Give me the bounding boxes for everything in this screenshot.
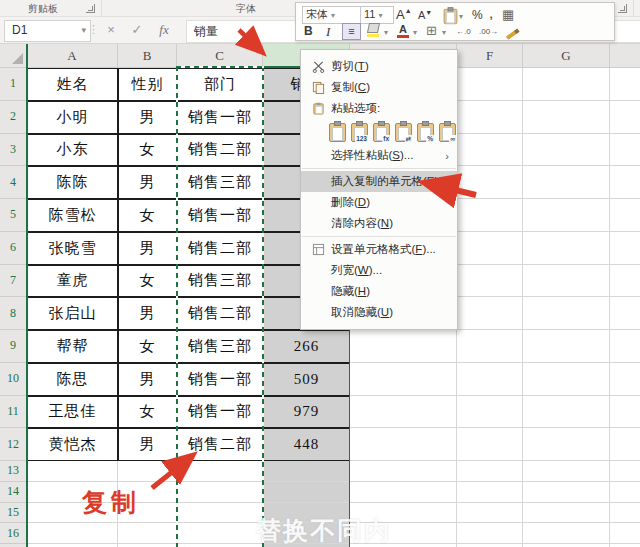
- paste-icon[interactable]: [329, 123, 346, 142]
- grid-cell[interactable]: [523, 461, 610, 482]
- chevron-down-icon[interactable]: ▾: [384, 28, 388, 37]
- row-header-2[interactable]: 2: [0, 101, 27, 134]
- table-cell[interactable]: 女: [118, 134, 177, 167]
- menu-item-unhide[interactable]: 取消隐藏(U): [301, 302, 457, 323]
- row-header-7[interactable]: 7: [0, 265, 27, 298]
- grid-cell[interactable]: [457, 396, 523, 429]
- table-cell[interactable]: 陈思: [27, 363, 118, 396]
- grid-cell[interactable]: [523, 199, 610, 232]
- row-header-8[interactable]: 8: [0, 297, 27, 330]
- grid-cell[interactable]: [350, 363, 457, 396]
- font-name-select[interactable]: 宋体▾: [302, 6, 362, 24]
- row-header-11[interactable]: 11: [0, 396, 27, 429]
- grid-cell[interactable]: [610, 101, 640, 134]
- menu-item-hide[interactable]: 隐藏(H): [301, 281, 457, 302]
- enter-button[interactable]: ✓: [126, 20, 148, 40]
- table-cell[interactable]: 女: [118, 199, 177, 232]
- center-align-button[interactable]: ≡: [342, 23, 361, 40]
- formulas-fx-icon[interactable]: fx: [373, 123, 390, 142]
- grid-cell[interactable]: [523, 68, 610, 101]
- table-cell[interactable]: 陈雪松: [27, 199, 118, 232]
- chevron-down-icon[interactable]: ▾: [413, 28, 417, 37]
- bold-button[interactable]: B: [304, 24, 313, 38]
- grid-cell[interactable]: [350, 461, 457, 482]
- clipboard-dialog-launcher-icon[interactable]: [86, 4, 95, 13]
- grid-cell[interactable]: [27, 523, 118, 544]
- grid-cell[interactable]: [350, 428, 457, 461]
- grid-cell[interactable]: [523, 101, 610, 134]
- grid-cell[interactable]: [457, 134, 523, 167]
- insert-function-button[interactable]: fx: [152, 20, 176, 40]
- grid-cell[interactable]: [263, 482, 350, 503]
- table-cell[interactable]: 销售二部: [177, 232, 263, 265]
- grid-cell[interactable]: [457, 232, 523, 265]
- comma-style-button[interactable]: ,: [489, 4, 493, 21]
- table-cell[interactable]: 销售一部: [177, 396, 263, 429]
- table-header-cell[interactable]: 部门: [177, 68, 263, 101]
- grid-cell[interactable]: [610, 482, 640, 503]
- chevron-down-icon[interactable]: ▾: [331, 11, 335, 20]
- grid-cell[interactable]: [457, 428, 523, 461]
- grid-cell[interactable]: [523, 428, 610, 461]
- grid-cell[interactable]: [523, 363, 610, 396]
- grid-cell[interactable]: [457, 363, 523, 396]
- row-header-12[interactable]: 12: [0, 428, 27, 461]
- grid-cell[interactable]: [177, 503, 263, 524]
- grid-cell[interactable]: [523, 232, 610, 265]
- grid-cell[interactable]: [457, 503, 523, 524]
- name-box[interactable]: D1 ▾: [4, 20, 91, 42]
- table-cell[interactable]: 帮帮: [27, 330, 118, 363]
- table-cell[interactable]: 448: [263, 428, 350, 461]
- grid-cell[interactable]: [457, 101, 523, 134]
- row-header-15[interactable]: 15: [0, 503, 27, 524]
- column-header-B[interactable]: B: [118, 44, 177, 68]
- cancel-button[interactable]: ×: [100, 20, 122, 40]
- column-header-F[interactable]: F: [457, 44, 523, 68]
- grid-cell[interactable]: [610, 363, 640, 396]
- grid-cell[interactable]: [523, 396, 610, 429]
- table-cell[interactable]: 男: [118, 297, 177, 330]
- menu-item-paste-special[interactable]: 选择性粘贴(S)...›: [301, 145, 457, 166]
- row-header-9[interactable]: 9: [0, 330, 27, 363]
- borders-button[interactable]: ⊞: [426, 23, 437, 38]
- grid-cell[interactable]: [610, 134, 640, 167]
- paste-link-icon[interactable]: ∞: [439, 123, 456, 142]
- grid-cell[interactable]: [610, 68, 640, 101]
- row-header-4[interactable]: 4: [0, 166, 27, 199]
- table-cell[interactable]: 陈陈: [27, 166, 118, 199]
- table-cell[interactable]: 销售一部: [177, 363, 263, 396]
- grid-cell[interactable]: [457, 265, 523, 298]
- increase-decimal-button[interactable]: ←.0: [456, 27, 471, 36]
- grid-cell[interactable]: [457, 461, 523, 482]
- row-header-1[interactable]: 1: [0, 68, 27, 101]
- grid-cell[interactable]: [350, 330, 457, 363]
- table-cell[interactable]: 黄恺杰: [27, 428, 118, 461]
- grid-cell[interactable]: [610, 330, 640, 363]
- table-cell[interactable]: 男: [118, 101, 177, 134]
- grid-cell[interactable]: [457, 68, 523, 101]
- grid-cell[interactable]: [610, 199, 640, 232]
- row-header-13[interactable]: 13: [0, 461, 27, 482]
- menu-item-paste-options[interactable]: 粘贴选项:: [301, 98, 457, 119]
- table-cell[interactable]: 979: [263, 396, 350, 429]
- format-painter-brush-icon[interactable]: [506, 27, 517, 39]
- table-cell[interactable]: 销售三部: [177, 265, 263, 298]
- font-size-select[interactable]: 11▾: [360, 6, 394, 24]
- increase-font-size-button[interactable]: A▲: [396, 7, 412, 22]
- table-cell[interactable]: 王思佳: [27, 396, 118, 429]
- grid-cell[interactable]: [610, 166, 640, 199]
- grid-cell[interactable]: [457, 297, 523, 330]
- table-cell[interactable]: 小明: [27, 101, 118, 134]
- grid-cell[interactable]: [523, 503, 610, 524]
- row-header-10[interactable]: 10: [0, 363, 27, 396]
- grid-cell[interactable]: [610, 297, 640, 330]
- table-cell[interactable]: 销售二部: [177, 134, 263, 167]
- row-header-3[interactable]: 3: [0, 134, 27, 167]
- table-cell[interactable]: 509: [263, 363, 350, 396]
- grid-cell[interactable]: [27, 461, 118, 482]
- table-cell[interactable]: 童虎: [27, 265, 118, 298]
- decrease-font-size-button[interactable]: A▼: [418, 9, 432, 21]
- grid-cell[interactable]: [610, 503, 640, 524]
- grid-cell[interactable]: [263, 461, 350, 482]
- font-color-button[interactable]: A: [396, 23, 410, 38]
